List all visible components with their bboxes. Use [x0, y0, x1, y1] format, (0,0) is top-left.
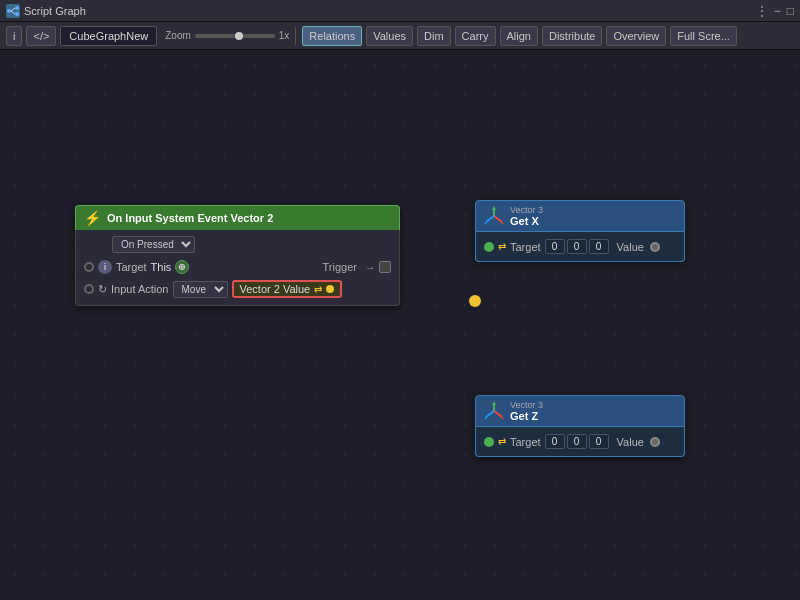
vector3-getz-header: Vector 3 Get Z — [475, 395, 685, 427]
svg-marker-7 — [492, 206, 496, 210]
vector3-getz-labels: Vector 3 Get Z — [510, 400, 543, 422]
vector2-out-port[interactable] — [326, 285, 334, 293]
wire-junction-dot — [469, 295, 481, 307]
zoom-slider[interactable] — [195, 34, 275, 38]
lightning-icon: ⚡ — [84, 210, 101, 226]
input-action-select[interactable]: Move — [173, 281, 228, 298]
on-pressed-row: On Pressed — [76, 234, 399, 257]
target-this-icon: ⊕ — [175, 260, 189, 274]
vector3-getx-arrows-icon: ⇄ — [498, 241, 506, 252]
minimize-btn[interactable]: − — [774, 4, 781, 18]
vector3-getz-body: ⇄ Target Value — [475, 427, 685, 457]
input-event-body: On Pressed i Target This ⊕ Trigger → ↻ — [75, 230, 400, 306]
input-event-title: On Input System Event Vector 2 — [107, 212, 273, 224]
target-label: Target — [116, 261, 147, 273]
refresh-icon: ↻ — [98, 283, 107, 296]
vector3-getx-y-input[interactable] — [567, 239, 587, 254]
input-event-header: ⚡ On Input System Event Vector 2 — [75, 205, 400, 230]
toolbar: i </> CubeGraphNew Zoom 1x Relations Val… — [0, 22, 800, 50]
vector3-z-category: Vector 3 — [510, 400, 543, 410]
vector3-getx-header: Vector 3 Get X — [475, 200, 685, 232]
vector3-getx-x-input[interactable] — [545, 239, 565, 254]
vector3-getx-z-input[interactable] — [589, 239, 609, 254]
vector2-value-label: Vector 2 Value — [240, 283, 311, 295]
vector3-getx-title: Get X — [510, 215, 543, 227]
on-pressed-select[interactable]: On Pressed — [112, 236, 195, 253]
target-info-icon: i — [98, 260, 112, 274]
vector3-getx-target-row: ⇄ Target Value — [476, 236, 684, 257]
trigger-port[interactable] — [379, 261, 391, 273]
vector3-x-icon — [484, 206, 504, 226]
vector3-getz-z-input[interactable] — [589, 434, 609, 449]
vector3-getx-labels: Vector 3 Get X — [510, 205, 543, 227]
vector3-getz-out-port[interactable] — [650, 437, 660, 447]
vector3-getx-out-port[interactable] — [650, 242, 660, 252]
vector3-getx-value-label: Value — [617, 241, 644, 253]
vector3-getz-target-inputs — [545, 434, 609, 449]
maximize-btn[interactable]: □ — [787, 4, 794, 18]
vector3-category: Vector 3 — [510, 205, 543, 215]
input-action-row: ↻ Input Action Move Vector 2 Value ⇄ — [76, 277, 399, 301]
svg-marker-13 — [492, 401, 496, 405]
vector3-z-icon — [484, 401, 504, 421]
relations-button[interactable]: Relations — [302, 26, 362, 46]
values-button[interactable]: Values — [366, 26, 413, 46]
vector3-getz-arrows-icon: ⇄ — [498, 436, 506, 447]
canvas-area[interactable]: ⚡ On Input System Event Vector 2 On Pres… — [0, 50, 800, 600]
vector3-getz-value-label: Value — [617, 436, 644, 448]
zoom-container: Zoom 1x — [165, 30, 289, 41]
carry-button[interactable]: Carry — [455, 26, 496, 46]
vector2-value-box: Vector 2 Value ⇄ — [232, 280, 343, 298]
vector3-getx-node: Vector 3 Get X ⇄ Target Value — [475, 200, 685, 262]
vector3-getx-target-inputs — [545, 239, 609, 254]
dim-button[interactable]: Dim — [417, 26, 451, 46]
vector3-getz-title: Get Z — [510, 410, 543, 422]
distribute-button[interactable]: Distribute — [542, 26, 602, 46]
svg-point-2 — [15, 6, 19, 10]
trigger-arrow: → — [365, 262, 375, 273]
input-action-label: Input Action — [111, 283, 169, 295]
title-bar: Script Graph ⋮ − □ — [0, 0, 800, 22]
vector2-arrows-icon: ⇄ — [314, 284, 322, 295]
vector3-getx-in-port[interactable] — [484, 242, 494, 252]
svg-point-1 — [7, 9, 11, 13]
svg-point-3 — [15, 12, 19, 16]
target-value: This — [151, 261, 172, 273]
zoom-label: Zoom — [165, 30, 191, 41]
connection-lines — [0, 50, 300, 200]
code-button[interactable]: </> — [26, 26, 56, 46]
vector3-getz-x-input[interactable] — [545, 434, 565, 449]
trigger-label: Trigger — [323, 261, 357, 273]
window-controls: ⋮ − □ — [756, 4, 794, 18]
fullscreen-button[interactable]: Full Scre... — [670, 26, 737, 46]
input-event-node: ⚡ On Input System Event Vector 2 On Pres… — [75, 205, 400, 306]
vector3-getx-body: ⇄ Target Value — [475, 232, 685, 262]
input-action-in-port[interactable] — [84, 284, 94, 294]
target-row: i Target This ⊕ Trigger → — [76, 257, 399, 277]
vector3-getz-node: Vector 3 Get Z ⇄ Target Value — [475, 395, 685, 457]
vector3-getz-target-row: ⇄ Target Value — [476, 431, 684, 452]
align-button[interactable]: Align — [500, 26, 538, 46]
zoom-value: 1x — [279, 30, 290, 41]
menu-btn[interactable]: ⋮ — [756, 4, 768, 18]
title-text: Script Graph — [24, 5, 756, 17]
overview-button[interactable]: Overview — [606, 26, 666, 46]
graph-name: CubeGraphNew — [60, 26, 157, 46]
script-graph-icon — [6, 4, 20, 18]
divider-1 — [295, 27, 296, 45]
vector3-getx-target-label: Target — [510, 241, 541, 253]
vector3-getz-y-input[interactable] — [567, 434, 587, 449]
vector3-getz-in-port[interactable] — [484, 437, 494, 447]
target-in-port[interactable] — [84, 262, 94, 272]
info-button[interactable]: i — [6, 26, 22, 46]
vector3-getz-target-label: Target — [510, 436, 541, 448]
